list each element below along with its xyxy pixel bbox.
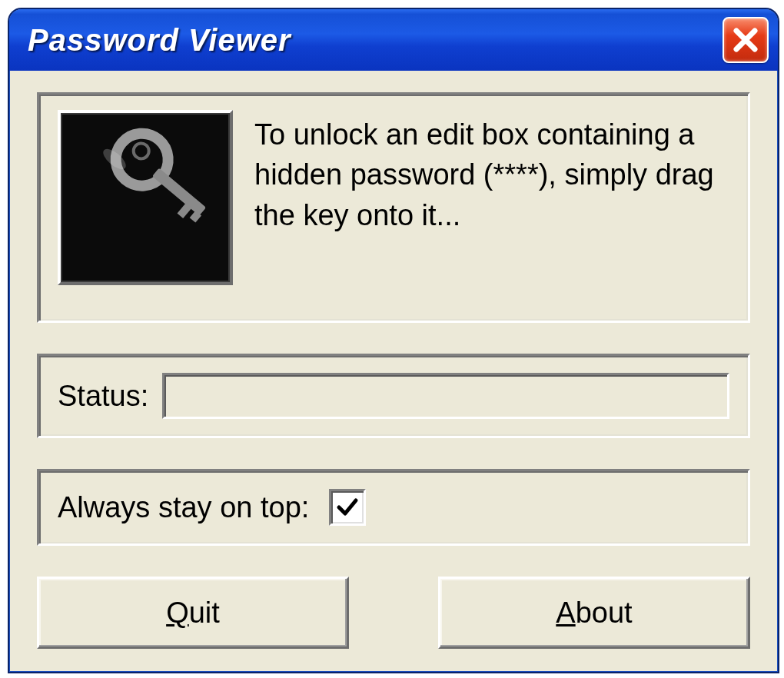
about-mnemonic: A	[556, 597, 575, 629]
quit-mnemonic: Q	[166, 597, 189, 629]
stay-on-top-panel: Always stay on top:	[37, 469, 750, 546]
close-icon	[733, 27, 759, 53]
status-field	[162, 373, 729, 419]
stay-on-top-label: Always stay on top:	[58, 491, 309, 524]
window-title: Password Viewer	[28, 23, 723, 58]
password-viewer-window: Password Viewer	[8, 8, 779, 673]
checkmark-icon	[336, 496, 359, 519]
quit-button[interactable]: Quit	[37, 577, 349, 649]
button-row: Quit About	[37, 577, 750, 649]
quit-label-rest: uit	[189, 597, 220, 629]
status-panel: Status:	[37, 354, 750, 438]
status-label: Status:	[58, 380, 148, 413]
titlebar[interactable]: Password Viewer	[9, 9, 778, 71]
about-label-rest: bout	[576, 597, 633, 629]
stay-on-top-checkbox[interactable]	[329, 489, 366, 526]
draggable-key-icon[interactable]	[58, 110, 233, 285]
close-button[interactable]	[723, 17, 769, 63]
key-icon	[72, 125, 218, 271]
instructions-text: To unlock an edit box containing a hidde…	[254, 110, 729, 235]
client-area: To unlock an edit box containing a hidde…	[15, 71, 772, 666]
instructions-panel: To unlock an edit box containing a hidde…	[37, 92, 750, 323]
about-button[interactable]: About	[438, 577, 750, 649]
